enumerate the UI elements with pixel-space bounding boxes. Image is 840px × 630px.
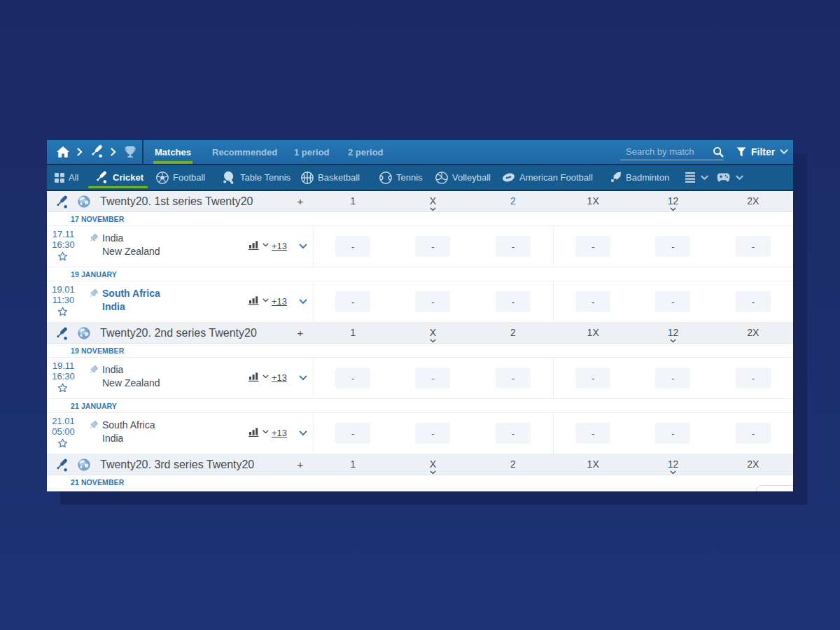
expand-all-button[interactable]: +	[286, 454, 314, 475]
league-title[interactable]: Twenty20. 3rd series Twenty20	[100, 454, 254, 475]
more-markets-link[interactable]: +13	[272, 296, 287, 307]
odds-cell[interactable]: -	[415, 423, 450, 444]
sport-badminton[interactable]: Badminton	[610, 165, 669, 190]
tab-matches[interactable]: Matches	[155, 140, 191, 164]
match-teams[interactable]: South AfricaIndia	[102, 419, 155, 445]
home-team[interactable]: South Africa	[102, 287, 160, 300]
odds-cell[interactable]: -	[655, 291, 690, 312]
sport-cricket[interactable]: Cricket	[94, 165, 144, 190]
statistics-button[interactable]	[248, 240, 269, 250]
league-title[interactable]: Twenty20. 2nd series Twenty20	[100, 323, 257, 344]
sport-label: Basketball	[318, 172, 360, 183]
odds-cell[interactable]: -	[496, 236, 531, 257]
trophy-icon[interactable]	[123, 146, 137, 158]
date-label: 21 JANUARY	[71, 399, 117, 413]
more-markets-link[interactable]: +13	[272, 372, 287, 383]
tab-2-period[interactable]: 2 period	[348, 140, 384, 164]
away-team[interactable]: New Zealand	[102, 245, 160, 258]
home-team[interactable]: India	[102, 232, 160, 245]
match-teams[interactable]: IndiaNew Zealand	[102, 363, 160, 390]
away-team[interactable]: India	[102, 432, 155, 445]
odds-cell[interactable]: -	[655, 236, 690, 257]
home-team[interactable]: India	[102, 363, 160, 377]
statistics-button[interactable]	[248, 427, 269, 437]
odds-cell[interactable]: -	[575, 236, 610, 257]
pin-icon[interactable]	[87, 233, 99, 245]
peek-button[interactable]	[756, 485, 793, 491]
statistics-button[interactable]	[248, 372, 269, 382]
odds-cell[interactable]: -	[655, 368, 690, 388]
expand-all-button[interactable]: +	[286, 323, 314, 344]
pin-icon[interactable]	[87, 288, 99, 300]
sport-volleyball[interactable]: Volleyball	[435, 165, 491, 190]
odds-cell[interactable]: -	[415, 291, 450, 312]
favorite-star-icon[interactable]	[57, 438, 68, 448]
cricket-bat-icon[interactable]	[90, 145, 104, 160]
away-team[interactable]: New Zealand	[102, 377, 160, 390]
pin-icon[interactable]	[87, 420, 99, 432]
sport-table-tennis[interactable]: Table Tennis	[223, 165, 290, 190]
expand-match-chevron-icon[interactable]	[299, 244, 307, 249]
more-markets-link[interactable]: +13	[272, 241, 287, 251]
odds-cell[interactable]: -	[736, 368, 771, 388]
sport-american-football[interactable]: American Football	[502, 165, 593, 190]
favorite-star-icon[interactable]	[57, 251, 68, 261]
odds-cell[interactable]: -	[335, 423, 370, 444]
column-divider	[553, 281, 554, 322]
column-header-1[interactable]: 1	[332, 323, 374, 344]
column-header-1x[interactable]: 1X	[572, 454, 614, 475]
gamepad-dropdown[interactable]	[717, 165, 743, 190]
odds-cell[interactable]: -	[335, 368, 370, 388]
column-header-2[interactable]: 2	[492, 323, 534, 344]
column-header-1[interactable]: 1	[332, 191, 374, 212]
odds-cell[interactable]: -	[496, 291, 531, 312]
odds-cell[interactable]: -	[496, 423, 531, 444]
search-input[interactable]: Search by match	[620, 144, 724, 160]
match-teams[interactable]: IndiaNew Zealand	[102, 232, 160, 258]
column-header-1x[interactable]: 1X	[572, 191, 614, 212]
odds-cell[interactable]: -	[335, 291, 370, 312]
favorite-star-icon[interactable]	[57, 307, 68, 316]
odds-cell[interactable]: -	[415, 236, 450, 257]
sport-basketball[interactable]: Basketball	[301, 165, 360, 190]
home-team[interactable]: South Africa	[102, 419, 155, 432]
search-icon[interactable]	[713, 146, 724, 158]
odds-cell[interactable]: -	[575, 423, 610, 444]
pin-icon[interactable]	[87, 365, 99, 377]
column-header-2x[interactable]: 2X	[732, 323, 774, 344]
odds-cell[interactable]: -	[575, 368, 610, 388]
column-header-2x[interactable]: 2X	[732, 191, 774, 212]
odds-cell[interactable]: -	[415, 368, 450, 388]
odds-cell[interactable]: -	[736, 291, 771, 312]
odds-cell[interactable]: -	[496, 368, 531, 388]
sort-chevron-icon	[412, 470, 454, 475]
column-header-1x[interactable]: 1X	[572, 323, 614, 344]
more-markets-link[interactable]: +13	[272, 428, 287, 438]
column-header-2[interactable]: 2	[492, 454, 534, 475]
tab-1-period[interactable]: 1 period	[294, 140, 330, 164]
expand-match-chevron-icon[interactable]	[299, 430, 307, 436]
sport-all[interactable]: All	[55, 165, 78, 190]
statistics-button[interactable]	[248, 295, 269, 305]
odds-cell[interactable]: -	[575, 291, 610, 312]
expand-match-chevron-icon[interactable]	[299, 375, 307, 381]
expand-match-chevron-icon[interactable]	[299, 299, 307, 304]
expand-all-button[interactable]: +	[286, 191, 314, 212]
odds-cell[interactable]: -	[655, 423, 690, 444]
sport-football[interactable]: Football	[156, 165, 205, 190]
sport-tennis[interactable]: Tennis	[379, 165, 423, 190]
column-header-2[interactable]: 2	[492, 191, 534, 212]
odds-cell[interactable]: -	[736, 423, 771, 444]
league-title[interactable]: Twenty20. 1st series Twenty20	[100, 191, 253, 212]
home-icon[interactable]	[57, 146, 69, 158]
menu-dropdown[interactable]	[685, 165, 708, 190]
odds-cell[interactable]: -	[736, 236, 771, 257]
tab-recommended[interactable]: Recommended	[212, 140, 277, 164]
odds-cell[interactable]: -	[335, 236, 370, 257]
match-teams[interactable]: South AfricaIndia	[102, 287, 160, 314]
favorite-star-icon[interactable]	[57, 383, 68, 393]
column-header-1[interactable]: 1	[332, 454, 374, 475]
away-team[interactable]: India	[102, 300, 160, 314]
filter-button[interactable]: Filter	[736, 140, 788, 164]
column-header-2x[interactable]: 2X	[732, 454, 774, 475]
